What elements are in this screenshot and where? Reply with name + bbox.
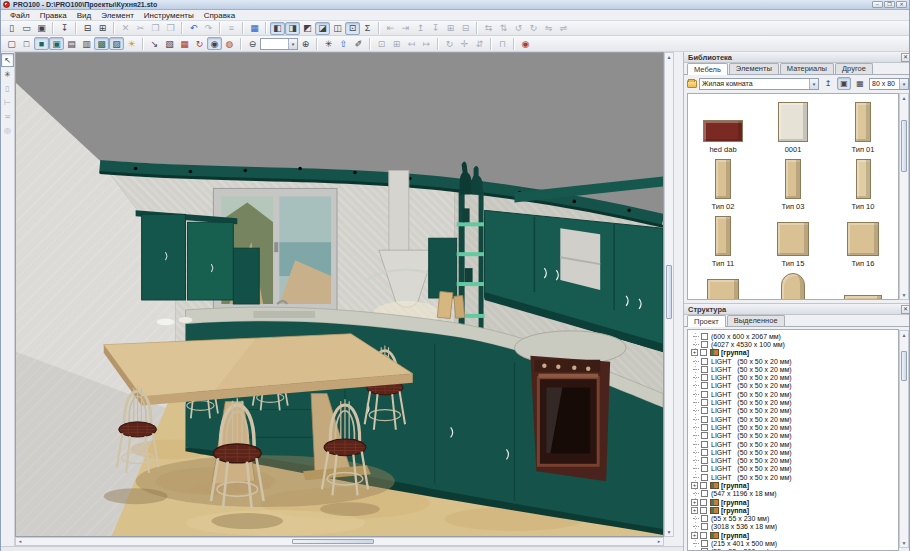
library-tab-furniture[interactable]: Мебель bbox=[687, 63, 728, 75]
library-category-dropdown[interactable]: Жилая комната ▾ bbox=[699, 78, 819, 90]
group-button[interactable]: ⊞ bbox=[443, 22, 458, 35]
chevron-down-icon[interactable]: ▾ bbox=[288, 39, 297, 49]
display-wireframe-button[interactable]: ▢ bbox=[4, 37, 19, 50]
align-top-button[interactable]: ↥ bbox=[413, 22, 428, 35]
library-item[interactable]: Тип 03 bbox=[758, 154, 828, 211]
tree-item-row[interactable]: (3018 x 536 x 18 мм) bbox=[691, 523, 898, 531]
structure-tab-project[interactable]: Проект bbox=[687, 315, 726, 327]
tree-item-row[interactable]: LIGHT (50 x 50 x 20 мм) bbox=[691, 473, 898, 481]
library-item[interactable]: Тип 20 bbox=[828, 268, 898, 300]
copy-button[interactable]: ❐ bbox=[148, 22, 163, 35]
note-tool-button[interactable]: ▯ bbox=[1, 81, 14, 95]
flip-element-button[interactable]: ⇵ bbox=[472, 37, 487, 50]
price-sum-button[interactable]: Σ bbox=[360, 22, 375, 35]
floor-grid-button[interactable]: ▦ bbox=[177, 37, 192, 50]
menu-tools[interactable]: Инструменты bbox=[139, 11, 199, 20]
mirror-h-button[interactable]: ⇋ bbox=[541, 22, 556, 35]
new-button[interactable]: ▯ bbox=[4, 22, 19, 35]
menu-file[interactable]: Файл bbox=[5, 11, 35, 20]
display-sketch-button[interactable]: ▤ bbox=[64, 37, 79, 50]
expand-icon[interactable]: + bbox=[691, 532, 698, 539]
structure-scrollbar[interactable]: ▲ ▼ bbox=[899, 330, 909, 548]
library-close-icon[interactable]: ✕ bbox=[901, 53, 910, 62]
tree-checkbox[interactable] bbox=[701, 457, 708, 464]
align-left-button[interactable]: ⇤ bbox=[383, 22, 398, 35]
tree-item-row[interactable]: (4027 x 4530 x 100 мм) bbox=[691, 340, 898, 348]
scroll-down-icon[interactable]: ▼ bbox=[665, 528, 673, 536]
tree-checkbox[interactable] bbox=[701, 416, 708, 423]
tree-checkbox[interactable] bbox=[701, 366, 708, 373]
view-axonometry-button[interactable]: ◫ bbox=[330, 22, 345, 35]
tree-checkbox[interactable] bbox=[701, 333, 708, 340]
print-button[interactable]: ⊟ bbox=[80, 22, 95, 35]
scroll-right-icon[interactable]: ▸ bbox=[655, 538, 663, 545]
folder-up-button[interactable]: ↥ bbox=[821, 77, 835, 90]
structure-close-icon[interactable]: ✕ bbox=[901, 305, 910, 314]
tree-checkbox[interactable] bbox=[700, 349, 707, 356]
export-button[interactable]: ↧ bbox=[57, 22, 72, 35]
scroll-down-icon[interactable]: ▼ bbox=[900, 539, 908, 547]
display-hidden-line-button[interactable]: □ bbox=[19, 37, 34, 50]
tree-item-row[interactable]: (55 x 55 x 230 мм) bbox=[691, 515, 898, 523]
tree-checkbox[interactable] bbox=[701, 391, 708, 398]
scrollbar-thumb[interactable] bbox=[292, 539, 374, 544]
expand-icon[interactable]: + bbox=[691, 482, 698, 489]
tree-item-row[interactable]: LIGHT (50 x 50 x 20 мм) bbox=[691, 415, 898, 423]
panorama-button[interactable]: ◍ bbox=[222, 37, 237, 50]
ungroup-button[interactable]: ⊟ bbox=[458, 22, 473, 35]
snap-tool-button[interactable]: ✳ bbox=[1, 67, 14, 81]
display-photo-button[interactable]: ▨ bbox=[109, 37, 124, 50]
display-textures-button[interactable]: ▩ bbox=[94, 37, 109, 50]
tree-item-row[interactable]: (600 x 600 x 2067 мм) bbox=[691, 332, 898, 340]
mirror-v-button[interactable]: ⇌ bbox=[556, 22, 571, 35]
tree-checkbox[interactable] bbox=[701, 474, 708, 481]
tree-item-row[interactable]: LIGHT (50 x 50 x 20 мм) bbox=[691, 440, 898, 448]
library-item[interactable]: Тип 16 bbox=[828, 211, 898, 268]
rotate-element-button[interactable]: ↻ bbox=[442, 37, 457, 50]
structure-tab-selected[interactable]: Выделенное bbox=[727, 315, 785, 326]
tree-item-row[interactable]: LIGHT (50 x 50 x 20 мм) bbox=[691, 390, 898, 398]
chevron-down-icon[interactable]: ▾ bbox=[899, 79, 908, 89]
tree-checkbox[interactable] bbox=[701, 424, 708, 431]
tree-group-row[interactable]: +[группа] bbox=[691, 498, 898, 506]
library-item[interactable]: Тип 10 bbox=[828, 154, 898, 211]
print-preview-button[interactable]: ⊞ bbox=[95, 22, 110, 35]
snap-grid-button[interactable]: ✳ bbox=[321, 37, 336, 50]
move-element-button[interactable]: ✛ bbox=[457, 37, 472, 50]
scroll-left-icon[interactable]: ◂ bbox=[16, 538, 24, 545]
scroll-up-icon[interactable]: ▲ bbox=[900, 331, 908, 339]
tree-checkbox[interactable] bbox=[701, 407, 708, 414]
tree-checkbox[interactable] bbox=[701, 374, 708, 381]
expand-icon[interactable]: + bbox=[691, 507, 698, 514]
viewport-3d[interactable] bbox=[15, 52, 664, 537]
push-left-button[interactable]: ↤ bbox=[404, 37, 419, 50]
scroll-down-icon[interactable]: ▼ bbox=[900, 291, 908, 299]
level-tool-button[interactable]: ≍ bbox=[1, 109, 14, 123]
tree-checkbox[interactable] bbox=[701, 540, 708, 547]
library-tab-elements[interactable]: Элементы bbox=[729, 63, 779, 74]
properties-button[interactable]: ≡ bbox=[224, 22, 239, 35]
tree-item-row[interactable]: LIGHT (50 x 50 x 20 мм) bbox=[691, 456, 898, 464]
menu-element[interactable]: Элемент bbox=[96, 11, 139, 20]
tree-item-row[interactable]: LIGHT (50 x 50 x 20 мм) bbox=[691, 432, 898, 440]
tree-item-row[interactable]: LIGHT (50 x 50 x 20 мм) bbox=[691, 373, 898, 381]
scroll-up-icon[interactable]: ▲ bbox=[900, 94, 908, 102]
lights-toggle-button[interactable]: ☀ bbox=[124, 37, 139, 50]
tree-checkbox[interactable] bbox=[701, 341, 708, 348]
rotate-cw-button[interactable]: ↻ bbox=[526, 22, 541, 35]
orbit-view-button[interactable]: ↻ bbox=[192, 37, 207, 50]
list-view-button[interactable]: ▦ bbox=[853, 77, 867, 90]
tree-checkbox[interactable] bbox=[701, 399, 708, 406]
tree-group-row[interactable]: +[группа] bbox=[691, 481, 898, 489]
draw-pencil-button[interactable]: ✐ bbox=[351, 37, 366, 50]
menu-edit[interactable]: Правка bbox=[35, 11, 72, 20]
tree-item-row[interactable]: LIGHT (50 x 50 x 20 мм) bbox=[691, 465, 898, 473]
tree-checkbox[interactable] bbox=[700, 507, 707, 514]
close-button[interactable]: ✕ bbox=[896, 1, 907, 8]
tree-group-row[interactable]: +[группа] bbox=[691, 506, 898, 514]
tree-item-row[interactable]: LIGHT (50 x 50 x 20 мм) bbox=[691, 365, 898, 373]
select-wall-button[interactable]: ⊞ bbox=[389, 37, 404, 50]
dimensions-button[interactable]: ↘ bbox=[147, 37, 162, 50]
background-button[interactable]: ▧ bbox=[162, 37, 177, 50]
tree-checkbox[interactable] bbox=[701, 441, 708, 448]
